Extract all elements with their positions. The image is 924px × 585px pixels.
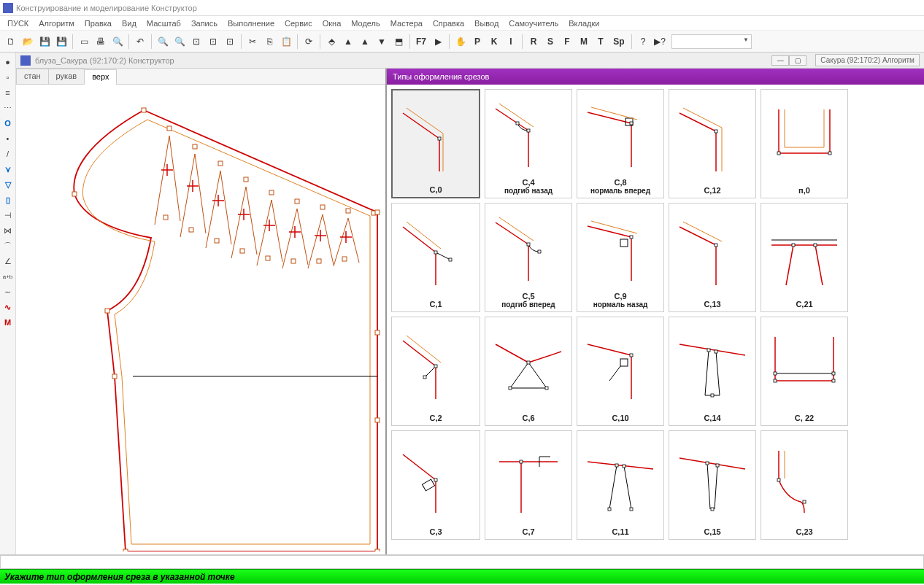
type-cell-c15[interactable]: С,15 [669, 430, 756, 540]
angle-icon[interactable]: ⋎ [1, 163, 15, 176]
new-icon[interactable]: 🗋 [3, 34, 19, 50]
marker3-icon[interactable]: ▲ [357, 34, 373, 50]
svg-rect-160 [623, 465, 625, 468]
copy-icon[interactable]: ⎘ [261, 34, 277, 50]
rect-icon[interactable]: ▯ [1, 193, 15, 206]
k-button[interactable]: K [486, 34, 502, 50]
arc-icon[interactable]: ⌒ [1, 239, 15, 252]
menu-algorithm[interactable]: Алгоритм [34, 18, 79, 29]
run-icon[interactable]: ▶ [430, 34, 446, 50]
open-icon[interactable]: 📂 [20, 34, 36, 50]
type-cell-c11[interactable]: С,11 [577, 430, 664, 540]
type-cell-c6[interactable]: С,6 [485, 317, 572, 426]
t-button[interactable]: T [593, 34, 609, 50]
extra-doc-tab[interactable]: Сакура (92:170:2) Алгоритм [815, 54, 920, 66]
preview-icon[interactable]: 🔍 [109, 34, 126, 50]
menu-windows[interactable]: Окна [318, 18, 346, 29]
print-icon[interactable]: 🖶 [93, 34, 109, 50]
s-button[interactable]: S [542, 34, 558, 50]
m-icon[interactable]: M [1, 316, 15, 329]
type-cell-p0[interactable]: п,0 [761, 89, 848, 198]
ab-icon[interactable]: a+b [1, 270, 15, 283]
menu-tutorial[interactable]: Самоучитель [504, 18, 563, 29]
type-cell-c12[interactable]: С,12 [669, 89, 756, 198]
marker5-icon[interactable]: ⬒ [390, 34, 407, 50]
zoomout-icon[interactable]: 🔍 [172, 34, 188, 50]
angle2-icon[interactable]: ∠ [1, 255, 15, 268]
refresh-icon[interactable]: ⟳ [301, 34, 317, 50]
menu-model[interactable]: Модель [347, 18, 384, 29]
m-button[interactable]: M [576, 34, 592, 50]
zoomfit-icon[interactable]: ⊡ [205, 34, 221, 50]
type-cell-c8[interactable]: С,8нормаль вперед [577, 89, 664, 198]
type-cell-c7[interactable]: С,7 [485, 430, 572, 540]
slash-icon[interactable]: / [1, 147, 15, 160]
maximize-button[interactable]: ▢ [789, 55, 806, 66]
bucket-icon[interactable]: ▽ [1, 178, 15, 191]
dot-icon[interactable]: ● [1, 55, 15, 69]
menu-masters[interactable]: Мастера [386, 18, 427, 29]
cut-icon[interactable]: ✂ [245, 34, 261, 50]
menu-edit[interactable]: Правка [80, 18, 116, 29]
tab-verh[interactable]: верх [84, 69, 117, 85]
menu-view[interactable]: Вид [118, 18, 141, 29]
help-icon[interactable]: ? [635, 34, 651, 50]
dot2-icon[interactable]: • [1, 132, 15, 145]
menu-service[interactable]: Сервис [280, 18, 317, 29]
folder-icon[interactable]: ▭ [76, 34, 92, 50]
type-cell-c13[interactable]: С,13 [669, 203, 756, 312]
save-icon[interactable]: 💾 [36, 34, 53, 50]
tab-rukav[interactable]: рукав [48, 69, 85, 84]
lines-icon[interactable]: ≡ [1, 86, 15, 99]
zoomwin-icon[interactable]: ⊡ [188, 34, 204, 50]
f-button[interactable]: F [559, 34, 575, 50]
menu-output[interactable]: Вывод [470, 18, 503, 29]
type-cell-c2[interactable]: С,2 [391, 317, 480, 426]
minimize-button[interactable]: — [771, 55, 789, 66]
paste-icon[interactable]: 📋 [278, 34, 294, 50]
saveall-icon[interactable]: 💾 [53, 34, 69, 50]
undo-icon[interactable]: ↶ [132, 34, 148, 50]
menu-pusk[interactable]: ПУСК [3, 18, 33, 29]
type-cell-c3[interactable]: С,3 [391, 430, 480, 540]
p-button[interactable]: P [469, 34, 485, 50]
type-cell-c9[interactable]: С,9нормаль назад [577, 203, 664, 312]
type-cell-c1[interactable]: С,1 [391, 203, 480, 312]
menu-scale[interactable]: Масштаб [142, 18, 185, 29]
f7-button[interactable]: F7 [413, 34, 429, 50]
i-button[interactable]: I [503, 34, 519, 50]
zigzag-icon[interactable]: ⋈ [1, 224, 15, 237]
menu-execute[interactable]: Выполнение [223, 18, 279, 29]
tab-stan[interactable]: стан [16, 69, 49, 84]
type-cell-c23[interactable]: С,23 [761, 430, 848, 540]
r-button[interactable]: R [525, 34, 542, 50]
type-cell-c14[interactable]: С,14 [669, 317, 756, 426]
o-icon[interactable]: O [1, 117, 15, 130]
zoomin-icon[interactable]: 🔍 [155, 34, 171, 50]
type-cell-c21[interactable]: С,21 [761, 203, 848, 312]
title-bar: Конструирование и моделирование Конструк… [0, 0, 924, 16]
whatsthis-icon[interactable]: ▶? [652, 34, 668, 50]
dotted-icon[interactable]: ⋯ [1, 101, 15, 115]
marker2-icon[interactable]: ▲ [340, 34, 356, 50]
sp-button[interactable]: Sp [609, 34, 628, 50]
menu-tabs[interactable]: Вкладки [564, 18, 604, 29]
marker4-icon[interactable]: ▼ [374, 34, 390, 50]
hand-icon[interactable]: ✋ [453, 34, 469, 50]
toolbar-dropdown[interactable] [671, 34, 752, 49]
bracket-icon[interactable]: ⊣ [1, 209, 15, 222]
menu-record[interactable]: Запись [187, 18, 222, 29]
square-icon[interactable]: ▫ [1, 71, 15, 84]
type-cell-c22[interactable]: С, 22 [761, 317, 848, 426]
wave-icon[interactable]: ∼ [1, 285, 15, 298]
zoomsel-icon[interactable]: ⊡ [222, 34, 238, 50]
type-cell-c4[interactable]: С,4подгиб назад [485, 89, 572, 198]
marker1-icon[interactable]: ⬘ [323, 34, 339, 50]
menu-help[interactable]: Справка [428, 18, 469, 29]
type-cell-c0[interactable]: С,0 [391, 89, 480, 198]
type-cell-c5[interactable]: С,5подгиб вперед [485, 203, 572, 312]
command-input[interactable] [0, 555, 924, 569]
pattern-canvas[interactable] [16, 85, 385, 554]
redwave-icon[interactable]: ∿ [1, 301, 15, 314]
type-cell-c10[interactable]: С,10 [577, 317, 664, 426]
